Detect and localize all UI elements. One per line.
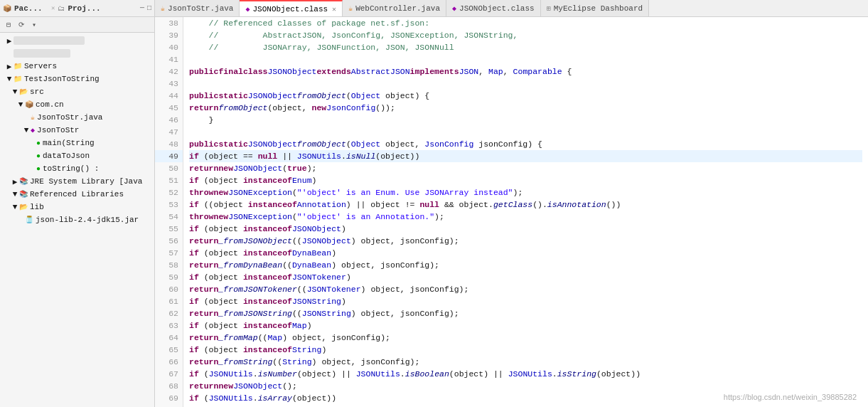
tree-item-lib[interactable]: ▼ 📂 lib (0, 201, 154, 213)
com-cn-label: com.cn (36, 100, 64, 109)
collapse-arrow-icon: ▶ (11, 178, 18, 185)
expand-arrow-icon: ▼ (11, 204, 18, 211)
tree-item-referenced-libraries[interactable]: ▼ 📚 Referenced Libraries (0, 188, 154, 201)
tab-label-webcontroller: WebController.java (355, 4, 440, 13)
spacer (17, 216, 24, 223)
line-number: 54 (155, 211, 183, 223)
line-number: 42 (155, 65, 183, 78)
src-folder-icon: 📂 (19, 88, 28, 96)
tostring-label: toString() : (43, 164, 99, 173)
sidebar-divider-icon: ✕ (51, 4, 55, 12)
tree-item-jsontostr-java[interactable]: ☕ JsonToStr.java (0, 111, 154, 124)
editor-panel: ☕ JsonToStr.java ◆ JSONObject.class ✕ ☕ … (155, 0, 868, 407)
line-number: 56 (155, 235, 183, 247)
tab-close-icon[interactable]: ✕ (332, 5, 336, 14)
package-icon: 📦 (25, 100, 33, 109)
tree-item-jre[interactable]: ▶ 📚 JRE System Library [Java (0, 175, 154, 188)
tab-class-icon2: ◆ (452, 4, 456, 13)
code-line: if (JSONUtils.isArray(object)) (189, 392, 862, 404)
sidebar-tree: ▶ ▶ 📁 Servers ▼ 📁 TestJsonToString ▼ 📂 s… (0, 33, 154, 407)
line-number: 49 (155, 150, 183, 162)
code-line: if (object instanceof JSONObject) (189, 223, 862, 235)
expand-arrow-icon: ▼ (17, 101, 24, 108)
spacer (28, 152, 36, 159)
tab-java-icon: ☕ (161, 4, 165, 13)
sync-icon[interactable]: ⟳ (16, 19, 27, 31)
arrow-icon (6, 50, 13, 57)
tab-label-jsonobject2: JSONObject.class (459, 4, 535, 13)
minimize-icon[interactable]: ─ (140, 4, 144, 12)
line-number: 38 (155, 17, 183, 29)
code-line: public static JSONObject fromObject(Obje… (189, 90, 862, 102)
jsontostr-java-label: JsonToStr.java (37, 113, 102, 122)
line-number: 62 (155, 307, 183, 319)
line-number: 58 (155, 259, 183, 271)
line-number: 61 (155, 295, 183, 307)
line-number: 68 (155, 380, 183, 392)
code-line: // Referenced classes of package net.sf.… (189, 17, 862, 29)
collapse-all-icon[interactable]: ⊟ (3, 19, 14, 31)
tab-webcontroller-java[interactable]: ☕ WebController.java (343, 0, 446, 16)
line-number: 48 (155, 138, 183, 150)
line-number: 55 (155, 223, 183, 235)
blurred-label-1 (14, 36, 85, 45)
tab-java-icon2: ☕ (348, 4, 353, 13)
datatojson-label: dataToJson (43, 152, 90, 160)
tree-item-servers[interactable]: ▶ 📁 Servers (0, 60, 154, 73)
code-line: if (object instanceof Enum) (189, 174, 862, 186)
method-green-icon: ● (36, 165, 41, 173)
tree-item-jsontostr-class[interactable]: ▼ ◆ JsonToStr (0, 124, 154, 137)
view-menu-icon[interactable]: ▾ (28, 19, 40, 31)
code-line: } (189, 114, 862, 126)
code-line: throw new JSONException("'object' is an … (189, 186, 862, 199)
line-number: 65 (155, 344, 183, 356)
code-line: return _fromJSONString((JSONString) obje… (189, 307, 862, 319)
tab-jsonobject-class2[interactable]: ◆ JSONObject.class (446, 0, 541, 16)
code-line: if (object == null || JSONUtils.isNull(o… (189, 150, 862, 162)
tab-label-jsonobject-active: JSONObject.class (252, 5, 328, 14)
code-line: throw new JSONException("'object' is an … (189, 211, 862, 223)
tab-myeclipse-dashboard[interactable]: ⊞ MyEclipse Dashboard (541, 0, 649, 16)
sidebar-toolbar: ⊟ ⟳ ▾ (0, 17, 154, 33)
tabs-bar: ☕ JsonToStr.java ◆ JSONObject.class ✕ ☕ … (155, 0, 868, 17)
line-number: 47 (155, 126, 183, 138)
src-label: src (30, 88, 44, 96)
tree-item-testjsontostring[interactable]: ▼ 📁 TestJsonToString (0, 73, 154, 85)
tab-jsontostr-java[interactable]: ☕ JsonToStr.java (155, 0, 240, 16)
tree-item-blurred2[interactable] (0, 47, 154, 60)
lib-label: lib (30, 203, 44, 211)
code-line: return _fromJSONObject((JSONObject) obje… (189, 235, 862, 247)
reflibs-label: Referenced Libraries (30, 190, 124, 199)
tree-item-src[interactable]: ▼ 📂 src (0, 85, 154, 98)
line-number: 57 (155, 247, 183, 259)
line-number: 46 (155, 114, 183, 126)
tab-jsonobject-class-active[interactable]: ◆ JSONObject.class ✕ (240, 0, 343, 16)
line-number: 51 (155, 174, 183, 186)
spacer (28, 139, 36, 147)
tree-item-com-cn[interactable]: ▼ 📦 com.cn (0, 98, 154, 111)
code-editor[interactable]: 3839404142434445464748495051525354555657… (155, 17, 868, 407)
code-line: return _fromMap((Map) object, jsonConfig… (189, 332, 862, 344)
tree-item-blurred1[interactable]: ▶ (0, 34, 154, 47)
line-number: 53 (155, 199, 183, 211)
tree-item-jar[interactable]: 🫙 json-lib-2.4-jdk15.jar (0, 213, 154, 226)
jar-icon: 🫙 (25, 216, 33, 224)
maximize-icon[interactable]: □ (147, 4, 151, 12)
tree-item-tostring[interactable]: ● toString() : (0, 162, 154, 175)
sidebar-panel: 📦 Pac... ✕ 🗂 Proj... ─ □ ⊟ ⟳ ▾ ▶ ▶ 📁 Ser… (0, 0, 155, 407)
code-line: public final class JSONObject extends Ab… (189, 65, 862, 78)
jsontostr-class-label: JsonToStr (37, 126, 79, 134)
sidebar-header: 📦 Pac... ✕ 🗂 Proj... ─ □ (0, 0, 154, 17)
tree-item-main[interactable]: ● main(String (0, 137, 154, 149)
sidebar-header-title2: Proj... (68, 4, 137, 13)
code-line: return new JSONObject(); (189, 380, 862, 392)
package-explorer-icon: 📦 (3, 4, 11, 13)
line-number: 44 (155, 90, 183, 102)
spacer (28, 165, 36, 172)
expand-arrow-icon: ▼ (23, 127, 30, 134)
tree-item-datatojson[interactable]: ● dataToJson (0, 149, 154, 162)
jar-label: json-lib-2.4-jdk15.jar (36, 216, 139, 224)
spacer (23, 114, 30, 121)
line-number: 50 (155, 162, 183, 174)
line-number: 59 (155, 271, 183, 283)
